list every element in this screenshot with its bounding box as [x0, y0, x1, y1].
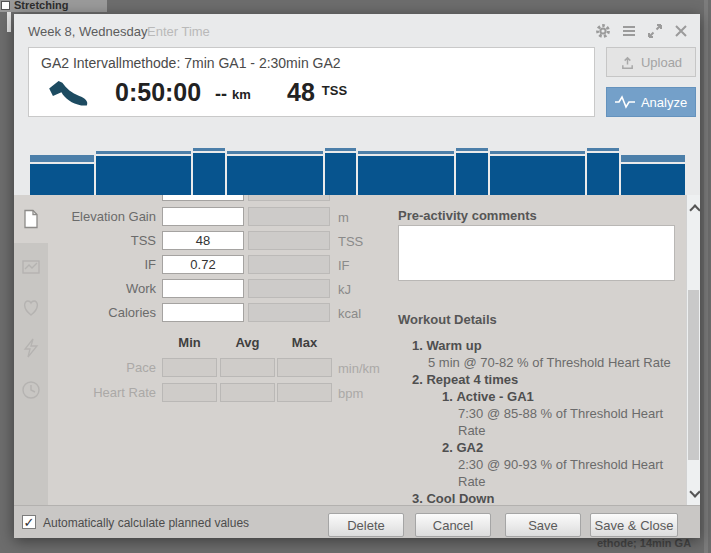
planned-duration: 0:50:00 — [115, 78, 201, 107]
auto-calculate-checkbox[interactable]: ✓ — [22, 515, 36, 529]
elevation-gain-completed — [248, 207, 330, 226]
planned-tss: 48 TSS — [287, 78, 347, 107]
field-unit: kcal — [338, 306, 361, 321]
workout-editor-dialog: Week 8, Wednesday Enter Time GA2 Interva… — [14, 14, 700, 538]
dialog-content: Elevation Gain m TSS TSS IF IF Work kJ C… — [14, 195, 700, 505]
elevation-gain-input[interactable] — [162, 207, 244, 226]
save-button[interactable]: Save — [505, 513, 581, 537]
chart-bar-ga2[interactable] — [193, 148, 225, 200]
if-input[interactable] — [162, 255, 244, 274]
chart-bar-active-ga1[interactable] — [358, 151, 454, 200]
chart-bar-active-ga1[interactable] — [490, 151, 586, 200]
chart-bar-ga2[interactable] — [456, 148, 488, 200]
pre-activity-comments-input[interactable] — [398, 225, 675, 281]
stats-header-min: Min — [162, 335, 217, 350]
field-label: Pace — [14, 360, 156, 375]
delete-button[interactable]: Delete — [328, 513, 404, 537]
chart-bar-active-ga1[interactable] — [227, 151, 323, 200]
field-unit: kJ — [338, 282, 351, 297]
expand-icon[interactable] — [646, 22, 664, 40]
scroll-up-arrow-icon[interactable] — [690, 203, 698, 211]
enter-time-link[interactable]: Enter Time — [147, 24, 210, 39]
list-item: 3. Cool Down — [398, 490, 688, 505]
tss-input[interactable] — [162, 231, 244, 250]
list-item: 2. GA2 — [398, 439, 688, 456]
pace-avg-input — [220, 358, 275, 377]
field-unit: bpm — [338, 386, 363, 401]
item-title: Active - GA1 — [456, 389, 533, 404]
workout-title: GA2 Intervallmethode: 7min GA1 - 2:30min… — [41, 55, 341, 71]
chart-bar-ga2[interactable] — [587, 148, 619, 200]
analyze-button[interactable]: Analyze — [606, 87, 696, 117]
item-desc: 7:30 @ 85-88 % of Threshold Heart Rate — [398, 405, 688, 439]
item-number: 2. — [442, 440, 453, 455]
tss-value: 48 — [287, 78, 315, 106]
item-title: Cool Down — [426, 491, 494, 505]
background-calendar-item: Stretching — [0, 0, 107, 12]
planned-distance: -- km — [215, 84, 251, 105]
pace-max-input — [277, 358, 332, 377]
background-scrollbar — [704, 0, 708, 553]
item-title: GA2 — [456, 440, 483, 455]
item-number: 1. — [442, 389, 453, 404]
work-completed — [248, 279, 330, 298]
chart-bar-ga2[interactable] — [325, 148, 357, 200]
lightning-icon[interactable] — [21, 338, 41, 358]
field-label: Elevation Gain — [14, 209, 156, 224]
running-shoe-icon — [47, 80, 89, 112]
field-unit: IF — [338, 258, 350, 273]
if-completed — [248, 255, 330, 274]
field-unit: min/km — [338, 361, 380, 376]
field-label: IF — [14, 257, 156, 272]
distance-value: -- — [215, 84, 227, 104]
item-number: 2. — [412, 372, 423, 387]
scrollbar-thumb[interactable] — [688, 290, 699, 460]
pre-activity-comments-title: Pre-activity comments — [398, 208, 537, 223]
menu-icon[interactable] — [620, 22, 638, 40]
item-desc: 5 min @ 70-82 % of Threshold Heart Rate — [398, 354, 688, 371]
close-icon[interactable] — [672, 22, 690, 40]
hr-avg-input — [220, 383, 275, 402]
save-close-button[interactable]: Save & Close — [590, 513, 678, 537]
stats-header-avg: Avg — [220, 335, 275, 350]
dialog-title: Week 8, Wednesday — [28, 24, 147, 39]
workout-details-title: Workout Details — [398, 312, 497, 327]
settings-icon[interactable] — [594, 22, 612, 40]
cancel-button[interactable]: Cancel — [415, 513, 491, 537]
background-checkbox — [1, 1, 10, 10]
list-item: 1. Warm up — [398, 337, 688, 354]
scroll-down-arrow-icon[interactable] — [690, 489, 698, 497]
calories-input[interactable] — [162, 303, 244, 322]
background-cell-edge — [7, 12, 11, 32]
dialog-footer: ✓ Automatically calculate planned values… — [14, 505, 700, 538]
chart-bar-active-ga1[interactable] — [96, 151, 192, 200]
tss-unit: TSS — [322, 83, 347, 98]
field-label: Work — [14, 281, 156, 296]
field-unit: TSS — [338, 234, 363, 249]
background-item-label: Stretching — [14, 0, 68, 11]
content-scrollbar[interactable] — [686, 195, 700, 505]
workout-profile-chart[interactable] — [30, 136, 685, 200]
dialog-titlebar: Week 8, Wednesday Enter Time — [14, 14, 700, 48]
field-unit: m — [338, 210, 349, 225]
stats-header-max: Max — [277, 335, 332, 350]
analyze-label: Analyze — [641, 95, 687, 110]
analyze-waveform-icon — [615, 95, 635, 109]
item-title: Warm up — [426, 338, 481, 353]
item-desc: 2:30 @ 90-93 % of Threshold Heart Rate — [398, 456, 688, 490]
hr-max-input — [277, 383, 332, 402]
field-label: TSS — [14, 233, 156, 248]
cutoff-input-planned — [162, 195, 244, 201]
workout-details-list: 1. Warm up 5 min @ 70-82 % of Threshold … — [398, 337, 688, 505]
workout-summary-card: GA2 Intervallmethode: 7min GA1 - 2:30min… — [28, 47, 595, 117]
chart-bar-cool-down[interactable] — [621, 155, 685, 200]
hr-min-input — [162, 383, 217, 402]
work-input[interactable] — [162, 279, 244, 298]
calories-completed — [248, 303, 330, 322]
chart-bar-warm-up[interactable] — [30, 155, 94, 200]
field-label: Calories — [14, 305, 156, 320]
cutoff-input-completed — [248, 195, 330, 201]
upload-button[interactable]: Upload — [606, 47, 696, 77]
auto-calculate-label: Automatically calculate planned values — [43, 516, 249, 530]
list-item: 1. Active - GA1 — [398, 388, 688, 405]
